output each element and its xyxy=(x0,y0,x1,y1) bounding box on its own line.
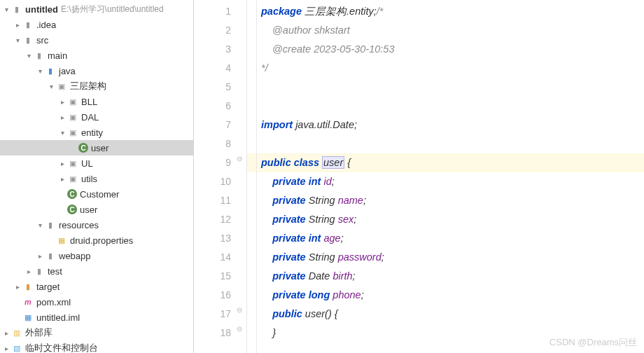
class-icon: C xyxy=(67,189,77,199)
tree-node-user2[interactable]: C user xyxy=(0,202,193,217)
project-tree[interactable]: ▾ ▮ untitled E:\扬州学习\untitled\untitled ▸… xyxy=(0,0,194,353)
class-icon: C xyxy=(67,205,77,214)
tree-node-bll[interactable]: ▸ ▣ BLL xyxy=(0,94,193,109)
folder-icon: ▮ xyxy=(45,219,56,230)
tree-node-dal[interactable]: ▸ ▣ DAL xyxy=(0,109,193,125)
folder-icon: ▮ xyxy=(22,281,34,292)
chevron-right-icon: ▸ xyxy=(57,98,67,106)
chevron-right-icon: ▸ xyxy=(13,283,22,291)
tree-node-external[interactable]: ▸ ▥ 外部库 xyxy=(0,325,193,340)
tree-node-test[interactable]: ▸ ▮ test xyxy=(0,263,193,279)
package-icon: ▣ xyxy=(67,127,78,138)
indent-guide xyxy=(256,0,257,353)
folder-icon: ▮ xyxy=(45,65,56,76)
chevron-right-icon: ▸ xyxy=(57,160,67,167)
package-icon: ▣ xyxy=(56,81,67,92)
chevron-right-icon: ▸ xyxy=(24,268,34,275)
tree-path: E:\扬州学习\untitled\untitled xyxy=(61,4,164,15)
iml-icon: ▦ xyxy=(22,312,34,323)
tree-node-resources[interactable]: ▾ ▮ resources xyxy=(0,217,193,233)
tree-node-target[interactable]: ▸ ▮ target xyxy=(0,279,193,294)
library-icon: ▥ xyxy=(11,327,22,338)
tree-node-pom[interactable]: m pom.xml xyxy=(0,294,193,310)
chevron-down-icon: ▾ xyxy=(57,129,67,137)
folder-icon: ▮ xyxy=(45,250,56,261)
tree-node-iml[interactable]: ▦ untitled.iml xyxy=(0,310,193,325)
chevron-right-icon: ▸ xyxy=(35,252,45,260)
folder-icon: ▮ xyxy=(22,19,34,30)
tree-node-entity[interactable]: ▾ ▣ entity xyxy=(0,125,193,140)
line-gutter: 12 34 56 78 910 1112 1314 1516 1718 xyxy=(194,0,247,353)
chevron-down-icon: ▾ xyxy=(13,36,22,44)
chevron-right-icon: ▸ xyxy=(57,175,67,183)
tree-node-root[interactable]: ▾ ▮ untitled E:\扬州学习\untitled\untitled xyxy=(0,1,193,17)
chevron-right-icon: ▸ xyxy=(57,113,67,121)
tree-node-utils[interactable]: ▸ ▣ utils xyxy=(0,171,193,186)
properties-icon: ▦ xyxy=(56,235,67,246)
fold-icon[interactable]: ⊖ xyxy=(237,155,242,162)
chevron-right-icon: ▸ xyxy=(13,21,22,29)
code-editor[interactable]: 12 34 56 78 910 1112 1314 1516 1718 ⊖ ⊖ … xyxy=(194,0,644,353)
fold-icon[interactable]: ⊖ xyxy=(237,306,242,314)
tree-node-customer[interactable]: C Customer xyxy=(0,186,193,202)
package-icon: ▣ xyxy=(67,111,78,123)
package-icon: ▣ xyxy=(67,96,78,107)
tree-node-main[interactable]: ▾ ▮ main xyxy=(0,48,193,63)
tree-node-package[interactable]: ▾ ▣ 三层架构 xyxy=(0,78,193,94)
package-icon: ▣ xyxy=(67,158,78,169)
chevron-down-icon: ▾ xyxy=(35,221,45,229)
package-icon: ▣ xyxy=(67,173,78,184)
folder-icon: ▮ xyxy=(11,4,22,15)
tree-node-ul[interactable]: ▸ ▣ UL xyxy=(0,155,193,171)
tree-node-idea[interactable]: ▸ ▮ .idea xyxy=(0,17,193,32)
code-area[interactable]: package 三层架构.entity;/* @author shkstart … xyxy=(247,0,644,353)
chevron-right-icon: ▸ xyxy=(1,345,11,352)
chevron-down-icon: ▾ xyxy=(24,52,34,60)
folder-icon: ▮ xyxy=(34,50,45,61)
tree-node-scratch[interactable]: ▸ ▧ 临时文件和控制台 xyxy=(0,340,193,353)
chevron-down-icon: ▾ xyxy=(1,6,11,13)
maven-icon: m xyxy=(22,296,34,307)
tree-node-user[interactable]: C user xyxy=(0,140,193,155)
chevron-down-icon: ▾ xyxy=(46,83,56,90)
class-icon: C xyxy=(78,143,88,153)
folder-icon: ▮ xyxy=(22,34,34,46)
tree-node-druid[interactable]: ▦ druid.properties xyxy=(0,233,193,248)
tree-node-java[interactable]: ▾ ▮ java xyxy=(0,63,193,78)
tree-node-webapp[interactable]: ▸ ▮ webapp xyxy=(0,248,193,263)
watermark: CSDN @Dreams问丝 xyxy=(550,336,637,349)
chevron-right-icon: ▸ xyxy=(1,329,11,337)
chevron-down-icon: ▾ xyxy=(35,67,45,75)
scratch-icon: ▧ xyxy=(11,342,22,353)
fold-icon[interactable]: ⊖ xyxy=(237,325,242,333)
tree-label: untitled xyxy=(25,4,58,15)
folder-icon: ▮ xyxy=(34,265,45,277)
tree-node-src[interactable]: ▾ ▮ src xyxy=(0,32,193,48)
